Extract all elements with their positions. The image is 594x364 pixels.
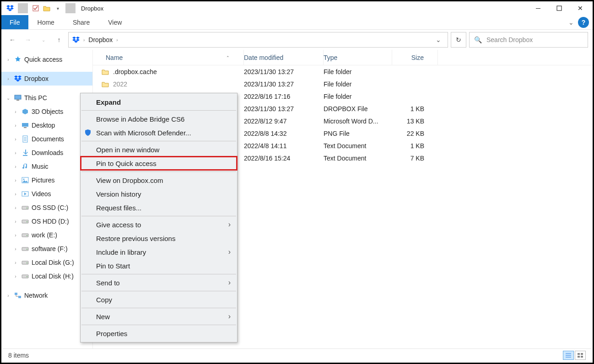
search-input[interactable]: 🔍 Search Dropbox xyxy=(469,32,588,48)
dropbox-icon xyxy=(5,3,15,13)
address-dropdown-icon[interactable]: ⌄ xyxy=(433,36,444,43)
chevron-right-icon[interactable]: › xyxy=(12,260,19,265)
sidebar-item-label: OS SSD (C:) xyxy=(32,204,68,211)
chevron-right-icon[interactable]: › xyxy=(12,274,19,279)
svg-rect-1 xyxy=(557,6,562,11)
file-size: 22 KB xyxy=(392,130,438,137)
sidebar-item[interactable]: ›work (E:) xyxy=(1,228,92,242)
file-name: 2022 xyxy=(113,80,127,88)
sidebar-item-dropbox[interactable]: › Dropbox xyxy=(1,72,92,86)
ctx-expand[interactable]: Expand xyxy=(81,95,237,109)
sidebar-item-label: Local Disk (G:) xyxy=(32,259,74,266)
view-details-button[interactable] xyxy=(563,351,574,360)
ctx-version-history[interactable]: Version history xyxy=(81,187,237,201)
chevron-right-icon[interactable]: › xyxy=(116,37,118,43)
column-header-date[interactable]: Date modified xyxy=(244,50,324,65)
breadcrumb[interactable]: Dropbox xyxy=(88,36,113,43)
svg-rect-4 xyxy=(22,123,28,127)
help-button[interactable]: ? xyxy=(578,17,589,28)
chevron-right-icon[interactable]: › xyxy=(12,150,19,155)
chevron-right-icon: › xyxy=(228,278,231,287)
chevron-right-icon[interactable]: › xyxy=(12,192,19,197)
shield-icon xyxy=(83,128,92,137)
ctx-browse-bridge[interactable]: Browse in Adobe Bridge CS6 xyxy=(81,112,237,126)
tab-file[interactable]: File xyxy=(1,15,28,29)
expand-ribbon-icon[interactable]: ⌄ xyxy=(564,15,578,29)
address-bar[interactable]: › Dropbox › ⌄ xyxy=(68,32,448,48)
folder-qa-icon[interactable] xyxy=(42,3,52,13)
maximize-button[interactable] xyxy=(549,1,570,15)
column-header-name[interactable]: Name⌃ xyxy=(93,50,244,65)
ctx-new[interactable]: New› xyxy=(81,310,237,323)
ctx-view-on-dropbox[interactable]: View on Dropbox.com xyxy=(81,173,237,187)
chevron-right-icon[interactable]: › xyxy=(83,37,85,43)
sidebar-item[interactable]: ›Desktop xyxy=(1,118,92,132)
close-button[interactable]: ✕ xyxy=(570,1,591,15)
column-header-type[interactable]: Type xyxy=(324,50,392,65)
sidebar-item[interactable]: ›OS HDD (D:) xyxy=(1,214,92,228)
svg-rect-27 xyxy=(578,356,580,358)
chevron-right-icon[interactable]: › xyxy=(5,76,11,81)
back-button[interactable]: ← xyxy=(6,33,19,46)
chevron-right-icon[interactable]: › xyxy=(12,233,19,238)
sidebar-item[interactable]: ›3D Objects xyxy=(1,105,92,118)
chevron-right-icon[interactable]: › xyxy=(12,109,19,114)
ctx-send-to[interactable]: Send to› xyxy=(81,276,237,289)
svg-point-22 xyxy=(27,276,27,277)
chevron-right-icon[interactable]: › xyxy=(12,246,19,252)
ribbon: File Home Share View ⌄ ? xyxy=(1,15,593,30)
check-icon[interactable] xyxy=(31,3,41,13)
sidebar-item[interactable]: ›OS SSD (C:) xyxy=(1,201,92,214)
ctx-give-access-to[interactable]: Give access to› xyxy=(81,218,237,231)
recent-dropdown[interactable]: ⌄ xyxy=(37,33,50,46)
ctx-open-new-window[interactable]: Open in new window xyxy=(81,143,237,156)
file-type: Text Document xyxy=(324,142,392,150)
sidebar-item[interactable]: ›Downloads xyxy=(1,146,92,160)
ctx-request-files[interactable]: Request files... xyxy=(81,201,237,214)
qa-dropdown-icon[interactable]: ▾ xyxy=(53,3,63,13)
refresh-button[interactable]: ↻ xyxy=(451,32,466,48)
chevron-right-icon[interactable]: › xyxy=(5,293,11,298)
sidebar-item[interactable]: ›Pictures xyxy=(1,173,92,187)
ctx-scan-defender[interactable]: Scan with Microsoft Defender... xyxy=(81,126,237,139)
sidebar-item-label: software (F:) xyxy=(32,245,68,252)
sidebar-item[interactable]: ›Local Disk (H:) xyxy=(1,269,92,283)
context-menu: Expand Browse in Adobe Bridge CS6 Scan w… xyxy=(80,93,238,343)
sidebar-item[interactable]: ›Music xyxy=(1,160,92,173)
file-type: File folder xyxy=(324,93,392,100)
chevron-right-icon[interactable]: › xyxy=(12,205,19,210)
chevron-down-icon[interactable]: ⌄ xyxy=(5,96,11,101)
chevron-right-icon[interactable]: › xyxy=(12,164,19,169)
ctx-restore-previous[interactable]: Restore previous versions xyxy=(81,231,237,245)
sidebar-item[interactable]: ›Documents xyxy=(1,132,92,146)
tab-home[interactable]: Home xyxy=(28,15,64,29)
chevron-right-icon[interactable]: › xyxy=(12,219,19,224)
chevron-right-icon[interactable]: › xyxy=(12,178,19,183)
ctx-pin-to-start[interactable]: Pin to Start xyxy=(81,259,237,273)
view-thumbnails-button[interactable] xyxy=(575,351,586,360)
tab-share[interactable]: Share xyxy=(64,15,99,29)
ctx-include-library[interactable]: Include in library› xyxy=(81,245,237,259)
up-button[interactable]: ↑ xyxy=(53,33,65,46)
sidebar-item[interactable]: ›software (F:) xyxy=(1,242,92,256)
svg-point-18 xyxy=(27,249,27,250)
chevron-right-icon[interactable]: › xyxy=(12,123,19,128)
sidebar-item[interactable]: ›Local Disk (G:) xyxy=(1,256,92,269)
file-row[interactable]: .dropbox.cache2023/11/30 13:27File folde… xyxy=(93,65,593,78)
tab-view[interactable]: View xyxy=(99,15,131,29)
ctx-copy[interactable]: Copy xyxy=(81,293,237,306)
sidebar-item-network[interactable]: › Network xyxy=(1,289,92,302)
column-header-size[interactable]: Size xyxy=(392,50,438,65)
minimize-button[interactable]: ─ xyxy=(528,1,549,15)
svg-point-20 xyxy=(27,262,27,263)
ctx-pin-quick-access[interactable]: Pin to Quick access xyxy=(81,156,237,170)
ctx-properties[interactable]: Properties xyxy=(81,327,237,340)
sidebar-item-this-pc[interactable]: ⌄ This PC xyxy=(1,91,92,105)
chevron-right-icon[interactable]: › xyxy=(5,57,11,62)
chevron-right-icon[interactable]: › xyxy=(12,137,19,142)
sidebar-item[interactable]: ›Videos xyxy=(1,187,92,201)
forward-button[interactable]: → xyxy=(22,33,34,46)
file-date: 2022/8/12 9:47 xyxy=(244,118,324,125)
file-row[interactable]: 20222023/11/30 13:27File folder xyxy=(93,78,593,90)
sidebar-item-quick-access[interactable]: › Quick access xyxy=(1,53,92,66)
